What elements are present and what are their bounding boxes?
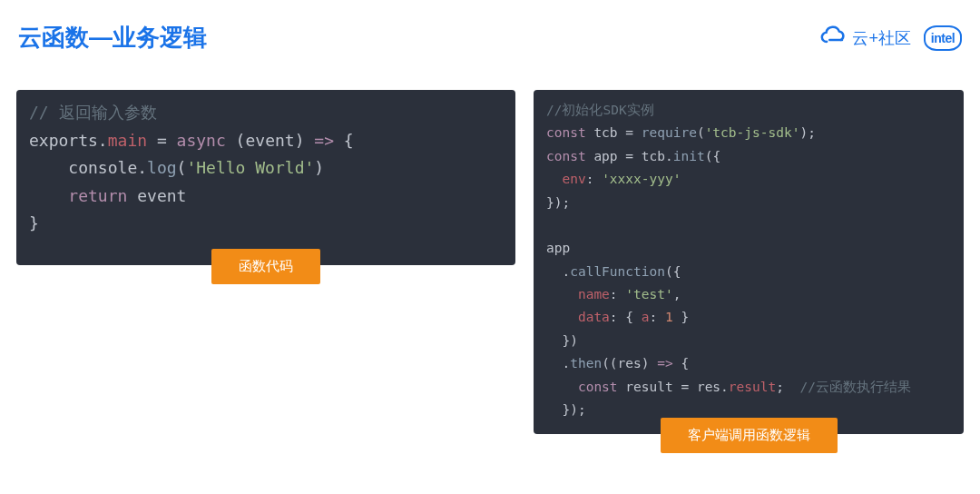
- code-comment: // 返回输入参数: [29, 103, 157, 122]
- logos: 云+社区 intel: [819, 25, 962, 51]
- cloud-icon: [819, 25, 847, 50]
- page-title: 云函数—业务逻辑: [18, 22, 207, 54]
- intel-logo: intel: [924, 25, 962, 51]
- client-call-badge: 客户端调用函数逻辑: [661, 418, 838, 453]
- function-code-block: // 返回输入参数 exports.main = async (event) =…: [16, 90, 515, 284]
- client-call-block: //初始化SDK实例 const tcb = require('tcb-js-s…: [534, 90, 964, 453]
- function-code-badge: 函数代码: [211, 249, 320, 284]
- code-comment: //初始化SDK实例: [546, 103, 654, 117]
- client-call-panel: //初始化SDK实例 const tcb = require('tcb-js-s…: [534, 90, 964, 434]
- header: 云函数—业务逻辑 云+社区 intel: [0, 0, 980, 54]
- function-code-panel: // 返回输入参数 exports.main = async (event) =…: [16, 90, 515, 265]
- cloud-community-label: 云+社区: [852, 27, 911, 49]
- cloud-community-logo: 云+社区: [819, 25, 911, 50]
- content: // 返回输入参数 exports.main = async (event) =…: [0, 54, 980, 453]
